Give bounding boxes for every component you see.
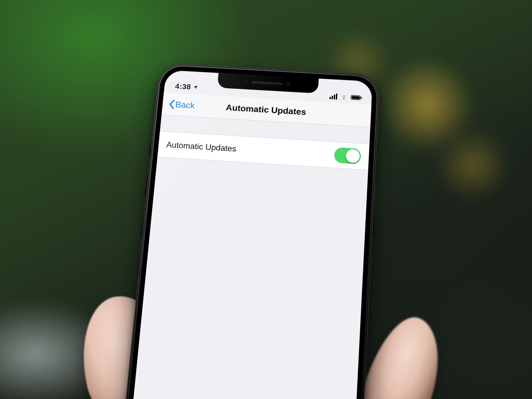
- wifi-icon: [340, 94, 348, 100]
- automatic-updates-label: Automatic Updates: [166, 140, 237, 154]
- front-camera: [286, 82, 290, 86]
- svg-rect-2: [361, 97, 362, 99]
- automatic-updates-toggle[interactable]: [334, 147, 361, 164]
- earpiece-speaker: [251, 81, 283, 85]
- page-title: Automatic Updates: [225, 102, 307, 117]
- back-button-label: Back: [175, 99, 195, 110]
- cellular-signal-icon: [329, 93, 337, 99]
- svg-rect-1: [352, 96, 360, 99]
- settings-content[interactable]: Automatic Updates: [120, 115, 370, 399]
- sensor-dot: [245, 81, 248, 83]
- chevron-left-icon: [168, 99, 175, 109]
- toggle-knob: [345, 149, 360, 163]
- status-time: 4:38: [175, 82, 191, 91]
- battery-icon: [351, 95, 363, 101]
- back-button[interactable]: Back: [165, 93, 198, 117]
- location-services-icon: [193, 85, 198, 90]
